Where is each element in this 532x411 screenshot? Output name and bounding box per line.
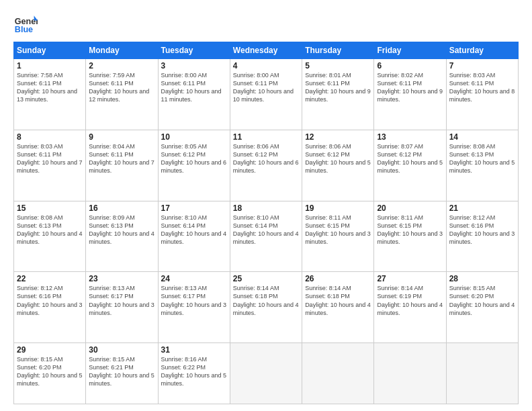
- day-cell: [230, 343, 302, 404]
- day-cell: 21 Sunrise: 8:12 AM Sunset: 6:16 PM Dayl…: [446, 201, 518, 272]
- day-header-friday: Friday: [374, 42, 446, 59]
- day-cell: 26 Sunrise: 8:14 AM Sunset: 6:18 PM Dayl…: [302, 272, 374, 343]
- day-info: Sunrise: 8:06 AM Sunset: 6:12 PM Dayligh…: [233, 142, 299, 175]
- day-info: Sunrise: 8:03 AM Sunset: 6:11 PM Dayligh…: [17, 142, 83, 175]
- day-info: Sunrise: 8:10 AM Sunset: 6:14 PM Dayligh…: [161, 214, 227, 246]
- day-cell: 24 Sunrise: 8:13 AM Sunset: 6:17 PM Dayl…: [158, 272, 230, 343]
- header: General Blue: [13, 11, 519, 35]
- day-info: Sunrise: 8:07 AM Sunset: 6:12 PM Dayligh…: [377, 142, 443, 175]
- day-number: 8: [17, 132, 83, 142]
- day-info: Sunrise: 8:02 AM Sunset: 6:11 PM Dayligh…: [377, 71, 443, 104]
- day-cell: 4 Sunrise: 8:00 AM Sunset: 6:11 PM Dayli…: [230, 59, 302, 130]
- day-header-thursday: Thursday: [302, 42, 374, 59]
- day-cell: [446, 343, 518, 404]
- day-info: Sunrise: 8:04 AM Sunset: 6:11 PM Dayligh…: [89, 142, 154, 175]
- day-number: 23: [89, 274, 154, 283]
- day-cell: 15 Sunrise: 8:08 AM Sunset: 6:13 PM Dayl…: [14, 201, 86, 272]
- day-number: 24: [161, 274, 227, 283]
- day-info: Sunrise: 8:08 AM Sunset: 6:13 PM Dayligh…: [449, 142, 515, 175]
- day-cell: 31 Sunrise: 8:16 AM Sunset: 6:22 PM Dayl…: [158, 343, 230, 404]
- day-cell: 11 Sunrise: 8:06 AM Sunset: 6:12 PM Dayl…: [230, 130, 302, 201]
- day-cell: 16 Sunrise: 8:09 AM Sunset: 6:13 PM Dayl…: [86, 201, 158, 272]
- day-number: 22: [17, 274, 83, 283]
- svg-text:Blue: Blue: [15, 25, 33, 34]
- day-cell: 17 Sunrise: 8:10 AM Sunset: 6:14 PM Dayl…: [158, 201, 230, 272]
- day-info: Sunrise: 8:14 AM Sunset: 6:18 PM Dayligh…: [233, 284, 299, 317]
- week-row-3: 15 Sunrise: 8:08 AM Sunset: 6:13 PM Dayl…: [14, 201, 519, 272]
- day-cell: 6 Sunrise: 8:02 AM Sunset: 6:11 PM Dayli…: [374, 59, 446, 130]
- day-number: 30: [89, 345, 154, 355]
- day-number: 27: [377, 274, 443, 283]
- day-number: 9: [89, 132, 154, 142]
- day-info: Sunrise: 8:13 AM Sunset: 6:17 PM Dayligh…: [161, 284, 227, 317]
- day-cell: 19 Sunrise: 8:11 AM Sunset: 6:15 PM Dayl…: [302, 201, 374, 272]
- day-cell: 28 Sunrise: 8:15 AM Sunset: 6:20 PM Dayl…: [446, 272, 518, 343]
- day-number: 26: [305, 274, 371, 283]
- day-cell: 30 Sunrise: 8:15 AM Sunset: 6:21 PM Dayl…: [86, 343, 158, 404]
- day-info: Sunrise: 8:12 AM Sunset: 6:16 PM Dayligh…: [17, 284, 83, 317]
- day-cell: 5 Sunrise: 8:01 AM Sunset: 6:11 PM Dayli…: [302, 59, 374, 130]
- day-number: 16: [89, 203, 154, 213]
- day-cell: 25 Sunrise: 8:14 AM Sunset: 6:18 PM Dayl…: [230, 272, 302, 343]
- day-info: Sunrise: 8:09 AM Sunset: 6:13 PM Dayligh…: [89, 214, 154, 246]
- day-info: Sunrise: 7:59 AM Sunset: 6:11 PM Dayligh…: [89, 71, 154, 104]
- day-number: 7: [449, 61, 515, 71]
- day-number: 17: [161, 203, 227, 213]
- day-number: 28: [449, 274, 515, 283]
- day-info: Sunrise: 8:08 AM Sunset: 6:13 PM Dayligh…: [17, 214, 83, 246]
- day-number: 12: [305, 132, 371, 142]
- day-cell: 10 Sunrise: 8:05 AM Sunset: 6:12 PM Dayl…: [158, 130, 230, 201]
- day-number: 14: [449, 132, 515, 142]
- day-header-monday: Monday: [86, 42, 158, 59]
- week-row-1: 1 Sunrise: 7:58 AM Sunset: 6:11 PM Dayli…: [14, 59, 519, 130]
- day-cell: 23 Sunrise: 8:13 AM Sunset: 6:17 PM Dayl…: [86, 272, 158, 343]
- day-number: 1: [17, 61, 83, 71]
- day-header-wednesday: Wednesday: [230, 42, 302, 59]
- day-number: 5: [305, 61, 371, 71]
- day-number: 4: [233, 61, 299, 71]
- day-cell: [302, 343, 374, 404]
- day-header-tuesday: Tuesday: [158, 42, 230, 59]
- day-header-saturday: Saturday: [446, 42, 518, 59]
- day-number: 11: [233, 132, 299, 142]
- day-number: 21: [449, 203, 515, 213]
- day-cell: 13 Sunrise: 8:07 AM Sunset: 6:12 PM Dayl…: [374, 130, 446, 201]
- day-number: 15: [17, 203, 83, 213]
- day-info: Sunrise: 8:05 AM Sunset: 6:12 PM Dayligh…: [161, 142, 227, 175]
- day-number: 10: [161, 132, 227, 142]
- day-cell: 1 Sunrise: 7:58 AM Sunset: 6:11 PM Dayli…: [14, 59, 86, 130]
- day-info: Sunrise: 8:16 AM Sunset: 6:22 PM Dayligh…: [161, 355, 227, 388]
- day-info: Sunrise: 8:15 AM Sunset: 6:20 PM Dayligh…: [449, 284, 515, 317]
- day-cell: 14 Sunrise: 8:08 AM Sunset: 6:13 PM Dayl…: [446, 130, 518, 201]
- day-cell: 20 Sunrise: 8:11 AM Sunset: 6:15 PM Dayl…: [374, 201, 446, 272]
- day-info: Sunrise: 8:11 AM Sunset: 6:15 PM Dayligh…: [377, 214, 443, 246]
- day-number: 18: [233, 203, 299, 213]
- logo: General Blue: [13, 11, 38, 35]
- day-cell: 27 Sunrise: 8:14 AM Sunset: 6:19 PM Dayl…: [374, 272, 446, 343]
- day-info: Sunrise: 7:58 AM Sunset: 6:11 PM Dayligh…: [17, 71, 83, 104]
- day-cell: 29 Sunrise: 8:15 AM Sunset: 6:20 PM Dayl…: [14, 343, 86, 404]
- day-header-sunday: Sunday: [14, 42, 86, 59]
- day-info: Sunrise: 8:00 AM Sunset: 6:11 PM Dayligh…: [161, 71, 227, 104]
- day-cell: 22 Sunrise: 8:12 AM Sunset: 6:16 PM Dayl…: [14, 272, 86, 343]
- day-info: Sunrise: 8:14 AM Sunset: 6:18 PM Dayligh…: [305, 284, 371, 317]
- day-cell: 3 Sunrise: 8:00 AM Sunset: 6:11 PM Dayli…: [158, 59, 230, 130]
- page: General Blue SundayMondayTuesdayWednesda…: [0, 0, 532, 411]
- day-info: Sunrise: 8:15 AM Sunset: 6:21 PM Dayligh…: [89, 355, 154, 388]
- day-cell: [374, 343, 446, 404]
- day-number: 6: [377, 61, 443, 71]
- day-cell: 9 Sunrise: 8:04 AM Sunset: 6:11 PM Dayli…: [86, 130, 158, 201]
- day-cell: 2 Sunrise: 7:59 AM Sunset: 6:11 PM Dayli…: [86, 59, 158, 130]
- day-info: Sunrise: 8:03 AM Sunset: 6:11 PM Dayligh…: [449, 71, 515, 104]
- day-info: Sunrise: 8:01 AM Sunset: 6:11 PM Dayligh…: [305, 71, 371, 104]
- day-info: Sunrise: 8:06 AM Sunset: 6:12 PM Dayligh…: [305, 142, 371, 175]
- day-number: 13: [377, 132, 443, 142]
- day-info: Sunrise: 8:00 AM Sunset: 6:11 PM Dayligh…: [233, 71, 299, 104]
- day-info: Sunrise: 8:10 AM Sunset: 6:14 PM Dayligh…: [233, 214, 299, 246]
- day-info: Sunrise: 8:15 AM Sunset: 6:20 PM Dayligh…: [17, 355, 83, 388]
- day-cell: 18 Sunrise: 8:10 AM Sunset: 6:14 PM Dayl…: [230, 201, 302, 272]
- logo-icon: General Blue: [13, 11, 38, 35]
- day-number: 25: [233, 274, 299, 283]
- calendar: SundayMondayTuesdayWednesdayThursdayFrid…: [13, 42, 519, 404]
- day-cell: 8 Sunrise: 8:03 AM Sunset: 6:11 PM Dayli…: [14, 130, 86, 201]
